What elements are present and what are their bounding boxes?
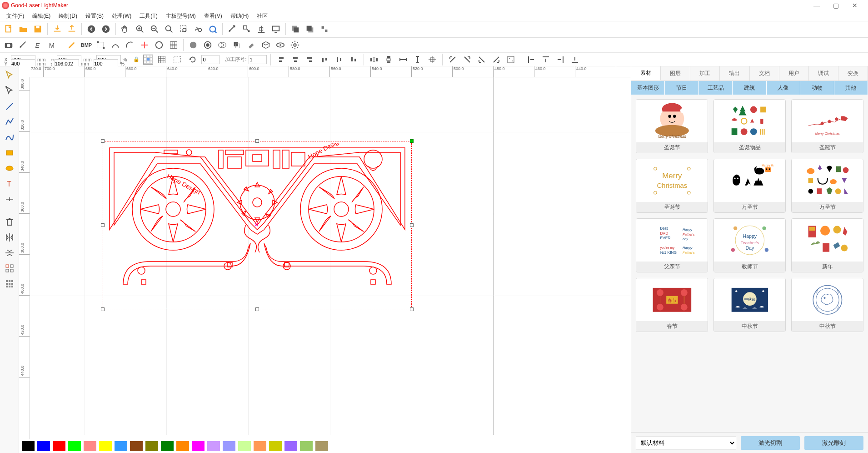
cat-craft[interactable]: 工艺品 bbox=[699, 81, 733, 95]
origin-button[interactable] bbox=[254, 22, 268, 36]
grid-tool[interactable] bbox=[2, 277, 17, 291]
color-swatch[interactable] bbox=[68, 441, 81, 451]
color-swatch[interactable] bbox=[238, 441, 251, 451]
poly-tool[interactable] bbox=[2, 115, 17, 129]
menu-settings[interactable]: 设置(S) bbox=[82, 11, 107, 21]
rotate-button[interactable] bbox=[186, 53, 200, 66]
material-select[interactable]: 默认材料 bbox=[636, 437, 736, 449]
menu-community[interactable]: 社区 bbox=[253, 11, 271, 21]
menu-tools[interactable]: 工具(T) bbox=[136, 11, 161, 21]
tab-transform[interactable]: 变换 bbox=[838, 66, 868, 81]
color-swatch[interactable] bbox=[254, 441, 266, 451]
material-item[interactable]: 中秋節中秋节 bbox=[713, 278, 786, 332]
center-button[interactable] bbox=[426, 54, 439, 65]
weld-button[interactable] bbox=[215, 38, 229, 52]
node-tool[interactable] bbox=[2, 84, 17, 98]
align-center-h-button[interactable] bbox=[289, 54, 302, 65]
lock-aspect-icon[interactable]: 🔒 bbox=[133, 56, 140, 62]
snap-top-button[interactable] bbox=[539, 54, 552, 65]
material-item[interactable]: Happy Halloween万圣节 bbox=[713, 159, 786, 213]
path-offset-button[interactable] bbox=[225, 22, 239, 36]
undo-button[interactable] bbox=[85, 22, 98, 36]
material-item[interactable]: 万圣节 bbox=[791, 159, 863, 213]
space-h-button[interactable] bbox=[397, 54, 409, 65]
color-swatch[interactable] bbox=[269, 441, 282, 451]
color-swatch[interactable] bbox=[130, 441, 143, 451]
canvas-area[interactable]: 720.0 700.0 680.0 660.0 640.0 620.0 600.… bbox=[19, 66, 631, 453]
align-right-button[interactable] bbox=[304, 54, 316, 65]
cat-other[interactable]: 其他 bbox=[834, 81, 868, 95]
save-file-button[interactable] bbox=[31, 22, 45, 36]
color-swatch[interactable] bbox=[37, 441, 50, 451]
italic-button[interactable]: E bbox=[31, 38, 45, 52]
color-swatch[interactable] bbox=[223, 441, 235, 451]
material-item[interactable]: Merry Christmas圣诞节 bbox=[636, 99, 708, 153]
menu-process[interactable]: 处理(W) bbox=[108, 11, 135, 21]
color-swatch[interactable] bbox=[207, 441, 220, 451]
delete-tool[interactable] bbox=[2, 215, 17, 229]
export-button[interactable] bbox=[65, 22, 79, 36]
material-item[interactable]: 春节春节 bbox=[636, 278, 708, 332]
layer-group-button[interactable] bbox=[318, 22, 331, 36]
color-swatch[interactable] bbox=[84, 441, 96, 451]
cat-animal[interactable]: 动物 bbox=[800, 81, 834, 95]
measure-button[interactable] bbox=[504, 54, 517, 65]
guide-tool[interactable] bbox=[2, 192, 17, 206]
text-m-button[interactable]: M bbox=[45, 38, 59, 52]
material-item[interactable]: HappyTeacher'sDay教师节 bbox=[713, 218, 786, 272]
minimize-button[interactable]: — bbox=[809, 1, 824, 10]
bmp-button[interactable]: BMP bbox=[80, 38, 93, 52]
rotate-input[interactable] bbox=[201, 55, 219, 64]
open-file-button[interactable] bbox=[16, 22, 30, 36]
arc-button[interactable] bbox=[123, 38, 137, 52]
snap-right-button[interactable] bbox=[554, 54, 567, 65]
snap-left-button[interactable] bbox=[525, 54, 538, 65]
select-tool[interactable] bbox=[2, 68, 17, 83]
fill-button[interactable] bbox=[186, 38, 200, 52]
eraser-button[interactable] bbox=[244, 38, 258, 52]
zoom-all-button[interactable] bbox=[206, 22, 219, 36]
laser-cut-button[interactable]: 激光切割 bbox=[741, 436, 800, 450]
distribute-h-button[interactable] bbox=[368, 54, 380, 65]
menu-view[interactable]: 查看(V) bbox=[200, 11, 226, 21]
tab-user[interactable]: 用户 bbox=[779, 66, 809, 81]
menu-draw[interactable]: 绘制(D) bbox=[55, 11, 81, 21]
grid-snap-button[interactable] bbox=[170, 53, 184, 66]
mirror-h-tool[interactable] bbox=[2, 230, 17, 245]
layer-front-button[interactable] bbox=[289, 22, 302, 36]
curve-tool[interactable] bbox=[2, 130, 17, 145]
color-swatch[interactable] bbox=[161, 441, 174, 451]
close-button[interactable]: ✕ bbox=[847, 1, 863, 10]
transform-button[interactable] bbox=[94, 38, 108, 52]
material-item[interactable]: Merry Christmas圣诞节 bbox=[791, 99, 863, 153]
material-item[interactable]: 圣诞物品 bbox=[713, 99, 786, 153]
layer-back-button[interactable] bbox=[303, 22, 317, 36]
circle-button[interactable] bbox=[152, 38, 166, 52]
zoom-fit-button[interactable] bbox=[162, 22, 176, 36]
align-top-button[interactable] bbox=[318, 54, 331, 65]
tab-doc[interactable]: 文档 bbox=[750, 66, 779, 81]
space-v-button[interactable] bbox=[411, 54, 424, 65]
menu-board[interactable]: 主板型号(M) bbox=[162, 11, 200, 21]
import-button[interactable] bbox=[50, 22, 64, 36]
color-swatch[interactable] bbox=[53, 441, 65, 451]
tab-materials[interactable]: 素材 bbox=[631, 66, 661, 81]
camera-button[interactable] bbox=[2, 38, 15, 52]
material-item[interactable]: BestDADEVERHappyFather'sdayyou're my№1 K… bbox=[636, 218, 708, 272]
cat-people[interactable]: 人像 bbox=[767, 81, 800, 95]
color-swatch[interactable] bbox=[284, 441, 297, 451]
tab-debug[interactable]: 调试 bbox=[809, 66, 838, 81]
tab-output[interactable]: 输出 bbox=[720, 66, 749, 81]
3d-button[interactable] bbox=[259, 38, 273, 52]
cat-basic[interactable]: 基本图形 bbox=[631, 81, 665, 95]
menu-help[interactable]: 帮助(H) bbox=[227, 11, 253, 21]
mirror-v-tool[interactable] bbox=[2, 246, 17, 260]
zoom-in-button[interactable] bbox=[133, 22, 147, 36]
color-swatch[interactable] bbox=[115, 441, 127, 451]
angle-tl-button[interactable] bbox=[446, 54, 459, 65]
color-swatch[interactable] bbox=[315, 441, 328, 451]
color-swatch[interactable] bbox=[192, 441, 205, 451]
distribute-v-button[interactable] bbox=[382, 54, 395, 65]
preview-button[interactable] bbox=[274, 38, 287, 52]
color-swatch[interactable] bbox=[300, 441, 313, 451]
